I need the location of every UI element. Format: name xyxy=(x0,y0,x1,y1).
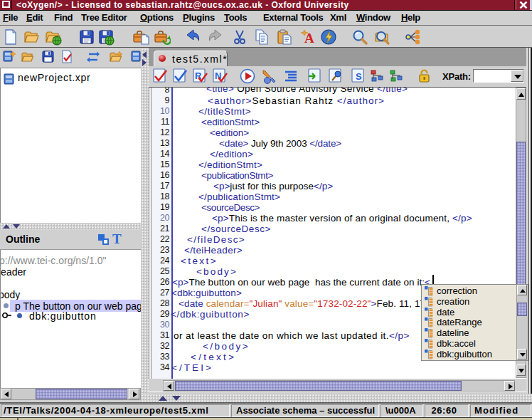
svg-text:S: S xyxy=(356,71,362,82)
